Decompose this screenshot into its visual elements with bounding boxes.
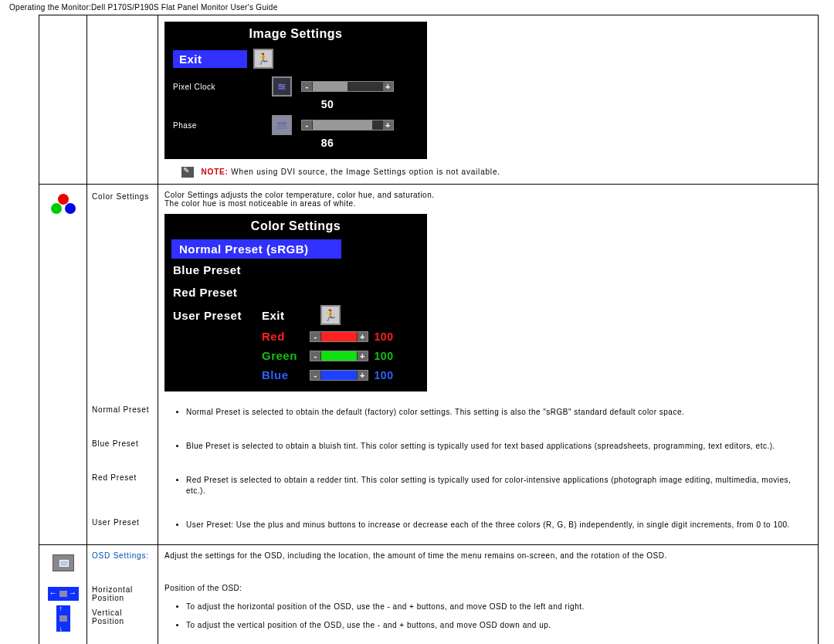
color-exit-label[interactable]: Exit	[262, 309, 314, 322]
green-slider[interactable]: -+	[310, 351, 368, 361]
vertical-position-icon	[56, 605, 70, 632]
color-exit-icon: 🏃	[320, 305, 341, 325]
image-settings-title: Image Settings	[165, 22, 426, 46]
color-settings-label: Color Settings	[87, 185, 158, 398]
exit-icon: 🏃	[253, 49, 273, 69]
phase-value: 86	[304, 137, 351, 149]
osd-settings-desc: Adjust the settings for the OSD, includi…	[158, 545, 819, 578]
pixel-clock-slider[interactable]: -+	[301, 81, 394, 92]
image-settings-cell: Image Settings Exit 🏃 Pixel Clock ≋ -+ 5…	[158, 15, 819, 185]
red-value: 100	[368, 330, 399, 343]
note-prefix: NOTE:	[202, 168, 229, 176]
color-settings-title: Color Settings	[165, 215, 426, 238]
normal-preset-label: Normal Preset	[87, 398, 158, 432]
page-header: Operating the Monitor:Dell P170S/P190S F…	[0, 0, 834, 15]
phase-label: Phase	[173, 121, 266, 130]
image-settings-panel: Image Settings Exit 🏃 Pixel Clock ≋ -+ 5…	[164, 22, 427, 159]
horizontal-position-icon	[48, 587, 79, 601]
red-preset-option[interactable]: Red Preset	[165, 281, 320, 303]
green-channel-label: Green	[262, 349, 310, 362]
color-settings-panel: Color Settings Normal Preset (sRGB) Blue…	[164, 214, 427, 391]
rgb-icon	[51, 194, 76, 217]
empty-icon-cell	[39, 15, 87, 185]
red-slider[interactable]: -+	[310, 331, 368, 342]
user-preset-label: User Preset	[87, 510, 158, 545]
note-line: NOTE: When using DVI source, the Image S…	[181, 167, 812, 178]
exit-selected[interactable]: Exit	[173, 50, 247, 68]
blue-channel-label: Blue	[262, 368, 310, 381]
red-preset-desc: Red Preset is selected to obtain a redde…	[158, 466, 819, 510]
blue-preset-desc: Blue Preset is selected to obtain a blui…	[158, 432, 819, 466]
phase-icon: ▒▒	[272, 115, 292, 135]
osd-settings-label-cell: OSD Settings:	[87, 545, 158, 578]
pixel-clock-value: 50	[304, 98, 351, 110]
blue-preset-label: Blue Preset	[87, 432, 158, 466]
empty-label-cell	[87, 15, 158, 185]
color-settings-desc: Color Settings adjusts the color tempera…	[158, 185, 819, 398]
osd-settings-link[interactable]: OSD Settings:	[92, 551, 149, 560]
content-table: Image Settings Exit 🏃 Pixel Clock ≋ -+ 5…	[39, 15, 819, 644]
note-text: When using DVI source, the Image Setting…	[231, 168, 500, 176]
normal-preset-desc: Normal Preset is selected to obtain the …	[158, 398, 819, 432]
color-icon-cell	[39, 185, 87, 398]
phase-slider[interactable]: -+	[301, 120, 394, 130]
red-channel-label: Red	[262, 330, 310, 343]
osd-icon-cell	[39, 545, 87, 578]
normal-preset-selected[interactable]: Normal Preset (sRGB)	[171, 239, 341, 259]
osd-position-labels: Horizontal Position Vertical Position	[87, 578, 158, 644]
user-preset-desc: User Preset: Use the plus and minus butt…	[158, 510, 819, 545]
osd-settings-icon	[53, 554, 74, 571]
blue-value: 100	[368, 369, 399, 381]
osd-position-desc: Position of the OSD: To adjust the horiz…	[158, 578, 819, 644]
pixel-clock-label: Pixel Clock	[173, 83, 266, 91]
blue-preset-option[interactable]: Blue Preset	[165, 259, 320, 281]
red-preset-label: Red Preset	[87, 466, 158, 510]
osd-position-icons	[39, 578, 87, 644]
note-icon	[181, 167, 194, 178]
user-preset-option[interactable]: User Preset	[173, 309, 262, 322]
pixel-clock-icon: ≋	[272, 76, 292, 97]
green-value: 100	[368, 350, 399, 362]
blue-slider[interactable]: -+	[310, 370, 368, 381]
